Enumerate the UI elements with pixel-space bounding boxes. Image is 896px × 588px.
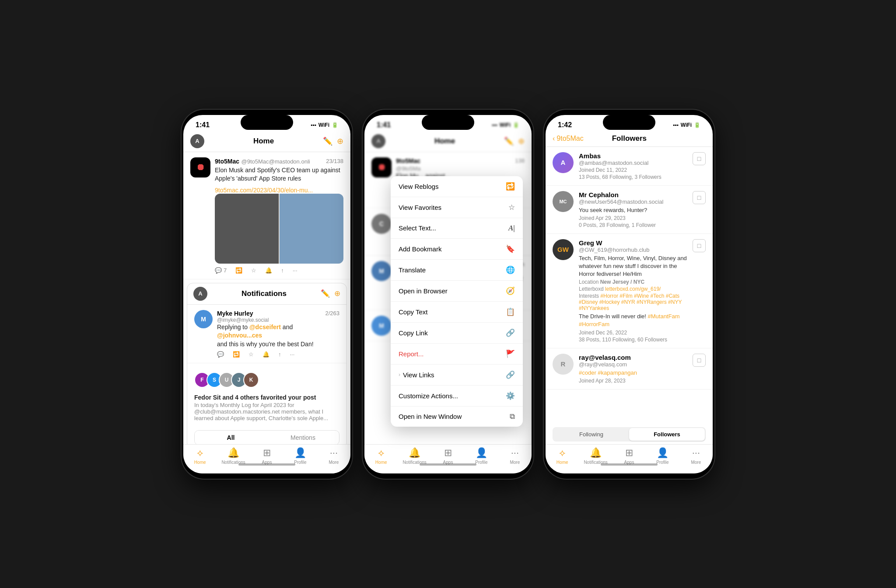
menu-add-bookmark[interactable]: Add Bookmark 🔖	[391, 239, 523, 260]
user-avatar[interactable]: A	[190, 134, 204, 148]
gregw-follow-btn[interactable]: □	[693, 239, 706, 252]
menu-open-browser[interactable]: Open in Browser 🧭	[391, 281, 523, 302]
cephalon-avatar[interactable]: MC	[553, 191, 574, 212]
tab-notifications-2[interactable]: 🔔 Notifications	[398, 447, 431, 465]
menu-view-reblogs[interactable]: View Reblogs 🔁	[391, 176, 523, 197]
back-button[interactable]: ‹ 9to5Mac	[553, 135, 584, 143]
post-avatar-9to5[interactable]: ⏺	[190, 157, 210, 177]
more-tab-label-3: More	[691, 460, 701, 465]
phone-2: 1:41 ★ ▪▪▪WiFi🔋 A Home ✏️ ⊕ ⏺	[363, 110, 533, 479]
mute-action[interactable]: 🔔	[265, 267, 272, 274]
ambas-avatar[interactable]: A	[553, 152, 574, 173]
copy-text-label: Copy Text	[399, 308, 427, 316]
menu-view-favorites[interactable]: View Favorites ☆	[391, 197, 523, 218]
more-nav-icon[interactable]: ⊕	[337, 136, 343, 146]
tab-notifications-3[interactable]: 🔔 Notifications	[579, 447, 612, 465]
fav-sub: In today's Monthly Log for April 2023 fo…	[194, 402, 340, 421]
status-icons-1: ▪▪▪ WiFi 🔋	[311, 122, 338, 128]
seg-followers[interactable]: Followers	[629, 428, 705, 441]
tab-more-1[interactable]: ··· More	[317, 447, 350, 465]
menu-customize[interactable]: Customize Actions... ⚙️	[391, 386, 523, 407]
gregw-avatar[interactable]: GW	[553, 239, 574, 260]
myke-mute[interactable]: 🔔	[262, 351, 270, 358]
menu-report[interactable]: Report... 🚩	[391, 344, 523, 365]
tab-more-3[interactable]: ··· More	[679, 447, 713, 465]
home-nav-actions: ✏️ ⊕	[323, 136, 343, 146]
repost-action[interactable]: 🔁	[235, 267, 242, 274]
reblogs-icon: 🔁	[506, 182, 515, 191]
myke-main-text: and this is why you're the best Dan!	[217, 340, 340, 349]
menu-select-text[interactable]: Select Text... A|	[391, 218, 523, 239]
tab-profile-3[interactable]: 👤 Profile	[646, 447, 679, 465]
reply-action[interactable]: 💬 7	[215, 267, 227, 274]
dynamic-island-2	[422, 115, 474, 130]
favorites-icon: ☆	[508, 203, 515, 212]
tab-profile-2[interactable]: 👤 Profile	[465, 447, 498, 465]
filter-mentions[interactable]: Mentions	[267, 431, 339, 444]
time-2-blur: 1:41	[377, 121, 391, 129]
home-content: ⏺ 9to5Mac @9to5Mac@mastodon.onli 23/138 …	[183, 152, 350, 444]
fav-action[interactable]: ☆	[251, 267, 256, 274]
share-action[interactable]: ↑	[281, 267, 284, 274]
seg-following[interactable]: Following	[553, 428, 629, 441]
back-label: 9to5Mac	[556, 135, 583, 143]
menu-copy-text[interactable]: Copy Text 📋	[391, 302, 523, 323]
tab-apps-2[interactable]: ⊞ Apps	[431, 447, 465, 465]
home-indicator-3	[601, 463, 658, 466]
tab-bar-1: ⟡ Home 🔔 Notifications ⊞ Apps 👤 Profile …	[183, 444, 350, 473]
home-tab-label-3: Home	[556, 460, 568, 465]
myke-reply[interactable]: 💬	[217, 351, 224, 358]
ambas-stats: 13 Posts, 68 Following, 3 Followers	[579, 174, 687, 180]
signal-icon: ▪▪▪	[311, 122, 316, 128]
notif-more-icon[interactable]: ⊕	[334, 289, 340, 298]
tab-apps-3[interactable]: ⊞ Apps	[612, 447, 646, 465]
ray-avatar[interactable]: R	[553, 354, 574, 375]
myke-handle: @imyke@myke.social	[217, 317, 340, 323]
tab-home-3[interactable]: ⟡ Home	[546, 447, 579, 465]
myke-fav[interactable]: ☆	[248, 351, 254, 358]
select-text-label: Select Text...	[399, 224, 436, 232]
new-window-icon: ⧉	[510, 412, 515, 421]
report-label: Report...	[399, 350, 424, 358]
followers-nav-bar: ‹ 9to5Mac Followers	[546, 131, 713, 147]
tab-home-2[interactable]: ⟡ Home	[364, 447, 398, 465]
apps-tab-icon-2: ⊞	[444, 447, 452, 459]
post-link-1[interactable]: 9to5mac.com/2023/04/30/elon-mu...	[215, 187, 343, 194]
tab-apps-1[interactable]: ⊞ Apps	[250, 447, 284, 465]
home-tab-label-2: Home	[375, 460, 387, 465]
filter-all[interactable]: All	[195, 431, 267, 444]
ray-handle: @ray@velasq.com	[579, 361, 687, 368]
cephalon-follow-btn[interactable]: □	[693, 191, 706, 204]
myke-reply-text: Replying to @dcseifert and @johnvou...ce…	[217, 323, 340, 340]
tab-more-2[interactable]: ··· More	[498, 447, 532, 465]
translate-label: Translate	[399, 266, 426, 274]
battery-icon-3: 🔋	[694, 122, 700, 128]
notif-compose-icon[interactable]: ✏️	[321, 289, 330, 298]
cephalon-handle: @newUser564@mastodon.social	[579, 198, 687, 205]
profile-tab-label-3: Profile	[656, 460, 668, 465]
menu-view-links[interactable]: › View Links 🔗	[391, 365, 523, 386]
ambas-follow-btn[interactable]: □	[693, 152, 706, 165]
myke-dots[interactable]: ···	[290, 351, 295, 358]
cephalon-meta: Joined Apr 29, 2023	[579, 215, 687, 221]
time-1: 1:41	[196, 121, 210, 129]
tab-notifications-1[interactable]: 🔔 Notifications	[217, 447, 250, 465]
signal-icon-3: ▪▪▪	[673, 122, 679, 128]
ambas-handle: @ambas@mastodon.social	[579, 160, 687, 166]
tab-profile-1[interactable]: 👤 Profile	[284, 447, 317, 465]
follower-ray: R ray@velasq.com @ray@velasq.com #coder …	[546, 348, 713, 390]
ray-follow-btn[interactable]: □	[693, 354, 706, 367]
dots-action[interactable]: ···	[293, 267, 298, 274]
menu-open-new-window[interactable]: Open in New Window ⧉	[391, 407, 523, 427]
menu-translate[interactable]: Translate 🌐	[391, 260, 523, 281]
compose-icon[interactable]: ✏️	[323, 136, 332, 146]
myke-repost[interactable]: 🔁	[233, 351, 240, 358]
tab-home-1[interactable]: ⟡ Home	[183, 447, 217, 465]
myke-share[interactable]: ↑	[278, 351, 281, 358]
notif-tab-icon: 🔔	[228, 447, 239, 459]
home-tab-label: Home	[194, 460, 206, 465]
notif-user-avatar[interactable]: A	[193, 287, 207, 301]
profile-tab-icon: 👤	[294, 447, 306, 459]
myke-notif: M Myke Hurley 2/263 @imyke@myke.social R…	[187, 305, 346, 364]
menu-copy-link[interactable]: Copy Link 🔗	[391, 323, 523, 344]
